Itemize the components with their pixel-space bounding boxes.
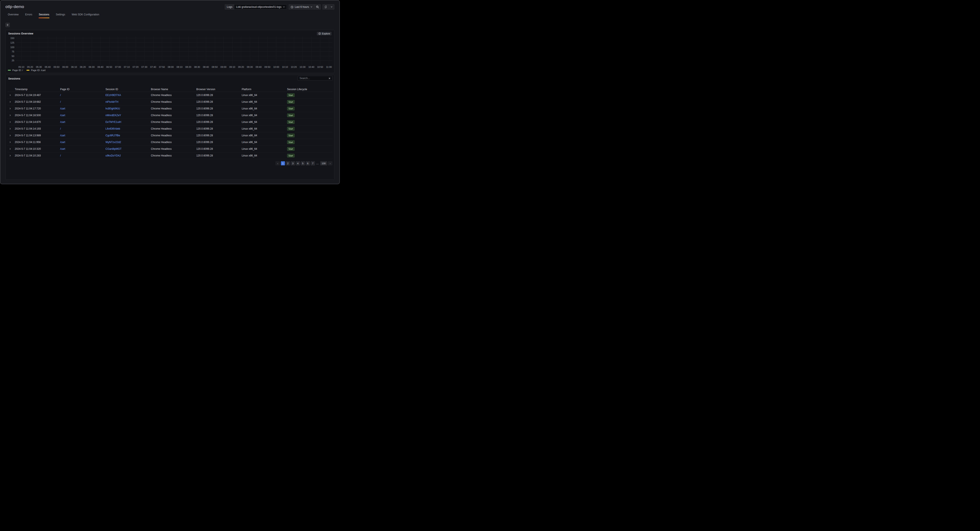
cell-page-id[interactable]: /cart bbox=[60, 147, 105, 150]
x-tick-label: 07:20 bbox=[133, 66, 139, 68]
time-picker-group: Last 6 hours bbox=[289, 4, 321, 10]
tab-sessions[interactable]: Sessions bbox=[38, 12, 49, 19]
column-header-browser-version: Browser Version bbox=[196, 88, 242, 91]
table-header-row: Timestamp Page ID Session ID Browser Nam… bbox=[7, 87, 332, 92]
cell-lifecycle: Start bbox=[287, 147, 332, 151]
datasource-select[interactable]: Loki grafanacloud-otlpcortexdev01-logs bbox=[234, 5, 286, 10]
cell-browser-name: Chrome Headless bbox=[151, 107, 196, 110]
row-expander-icon[interactable] bbox=[9, 121, 15, 123]
time-range-button[interactable]: Last 6 hours bbox=[289, 5, 314, 10]
zoom-out-button[interactable] bbox=[314, 5, 321, 10]
cell-page-id[interactable]: / bbox=[60, 94, 105, 97]
cell-lifecycle: Start bbox=[287, 114, 332, 117]
pagination-page-button[interactable]: 100 bbox=[320, 161, 327, 165]
x-tick-label: 05:10 bbox=[18, 66, 24, 68]
tab-errors[interactable]: Errors bbox=[25, 12, 32, 19]
pagination-next-button[interactable]: › bbox=[328, 161, 332, 165]
row-expander-icon[interactable] bbox=[9, 134, 15, 137]
pagination-ellipsis: … bbox=[316, 162, 320, 165]
compass-icon bbox=[318, 32, 321, 35]
x-tick-label: 06:00 bbox=[62, 66, 68, 68]
cell-page-id[interactable]: / bbox=[60, 154, 105, 157]
row-expander-icon[interactable] bbox=[9, 148, 15, 150]
cell-session-id[interactable]: L6v636Vdeb bbox=[105, 127, 151, 130]
x-tick-label: 08:50 bbox=[212, 66, 218, 68]
datasource-label: Logs bbox=[225, 5, 234, 10]
tab-settings[interactable]: Settings bbox=[56, 12, 65, 19]
cell-platform: Linux x86_64 bbox=[242, 127, 287, 130]
panel-overview-header: Sessions Overview Explore bbox=[7, 31, 332, 36]
row-expander-icon[interactable] bbox=[9, 141, 15, 143]
cell-session-id[interactable]: u9ksDoYD4J bbox=[105, 154, 151, 157]
search-input[interactable] bbox=[299, 77, 328, 80]
cell-session-id[interactable]: WyNTzv22d2 bbox=[105, 141, 151, 144]
cell-session-id[interactable]: niFts4drTH bbox=[105, 100, 151, 103]
row-expander-icon[interactable] bbox=[9, 94, 15, 96]
cell-session-id[interactable]: EeTMYE1uiH bbox=[105, 121, 151, 124]
legend-item[interactable]: Page ID: / bbox=[8, 69, 23, 72]
chart-bars bbox=[16, 37, 332, 65]
pagination-prev-button[interactable]: ‹ bbox=[275, 161, 280, 165]
cell-lifecycle: Start bbox=[287, 154, 332, 157]
chart-x-axis: 05:1005:2005:3005:4005:5006:0006:1006:20… bbox=[16, 65, 332, 68]
chevron-down-icon bbox=[310, 6, 312, 8]
cell-browser-version: 120.0.6099.28 bbox=[196, 100, 242, 103]
row-expander-icon[interactable] bbox=[9, 101, 15, 103]
lifecycle-badge: Start bbox=[287, 100, 294, 103]
cell-page-id[interactable]: / bbox=[60, 127, 105, 130]
x-tick-label: 09:40 bbox=[256, 66, 262, 68]
x-tick-label: 08:20 bbox=[185, 66, 191, 68]
cell-browser-name: Chrome Headless bbox=[151, 141, 196, 144]
pagination-page-button[interactable]: 3 bbox=[291, 161, 295, 165]
cell-page-id[interactable]: /cart bbox=[60, 134, 105, 137]
pagination-page-button[interactable]: 5 bbox=[301, 161, 305, 165]
cell-timestamp: 2024-5-7 11:04:19:487 bbox=[15, 94, 60, 97]
row-expander-icon[interactable] bbox=[9, 108, 15, 110]
pagination-page-button[interactable]: 4 bbox=[296, 161, 300, 165]
refresh-button[interactable] bbox=[323, 5, 329, 10]
add-panel-button[interactable] bbox=[5, 23, 10, 27]
column-header-session-id: Session ID bbox=[105, 88, 151, 91]
y-tick-label: 50 bbox=[12, 55, 14, 57]
cell-session-id[interactable]: EEzH9Ef7XA bbox=[105, 94, 151, 97]
x-tick-label: 10:00 bbox=[273, 66, 279, 68]
row-expander-icon[interactable] bbox=[9, 114, 15, 116]
tab-overview[interactable]: Overview bbox=[8, 12, 19, 19]
cell-browser-name: Chrome Headless bbox=[151, 147, 196, 150]
cell-page-id[interactable]: /cart bbox=[60, 121, 105, 124]
cell-session-id[interactable]: hcB0gh0KiU bbox=[105, 107, 151, 110]
cell-page-id[interactable]: /cart bbox=[60, 107, 105, 110]
clock-icon bbox=[291, 6, 293, 8]
pagination-page-button[interactable]: 7 bbox=[311, 161, 315, 165]
cell-browser-name: Chrome Headless bbox=[151, 154, 196, 157]
explore-button[interactable]: Explore bbox=[317, 32, 332, 35]
column-header-session-lifecycle: Session Lifecycle bbox=[287, 88, 332, 91]
cell-session-id[interactable]: nMnrdEKZeY bbox=[105, 114, 151, 117]
x-tick-label: 07:50 bbox=[159, 66, 165, 68]
table-row: 2024-5-7 11:04:10:320/cartCGan8ipMGTChro… bbox=[7, 146, 332, 153]
refresh-interval-button[interactable] bbox=[329, 5, 334, 10]
clear-search-icon[interactable] bbox=[328, 77, 331, 79]
tab-web-sdk-configuration[interactable]: Web SDK Configuration bbox=[72, 12, 99, 19]
cell-timestamp: 2024-5-7 11:04:14:870 bbox=[15, 121, 60, 124]
cell-page-id[interactable]: /cart bbox=[60, 141, 105, 144]
cell-timestamp: 2024-5-7 11:04:14:193 bbox=[15, 127, 60, 130]
x-tick-label: 07:10 bbox=[124, 66, 130, 68]
lifecycle-badge: Start bbox=[287, 147, 294, 151]
cell-page-id[interactable]: /cart bbox=[60, 114, 105, 117]
pagination-page-button[interactable]: 1 bbox=[281, 161, 285, 165]
cell-page-id[interactable]: / bbox=[60, 100, 105, 103]
table-row: 2024-5-7 11:04:14:870/cartEeTMYE1uiHChro… bbox=[7, 119, 332, 126]
sessions-table: Timestamp Page ID Session ID Browser Nam… bbox=[7, 87, 332, 159]
cell-session-id[interactable]: Cgc6RJ7fBe bbox=[105, 134, 151, 137]
cell-timestamp: 2024-5-7 11:04:10:283 bbox=[15, 154, 60, 157]
legend-item[interactable]: Page ID: /cart bbox=[26, 69, 46, 72]
cell-timestamp: 2024-5-7 11:04:13:989 bbox=[15, 134, 60, 137]
row-expander-icon[interactable] bbox=[9, 154, 15, 157]
cell-session-id[interactable]: CGan8ipMGT bbox=[105, 147, 151, 150]
dashboard-page: otlp-demo Logs Loki grafanacloud-otlpcor… bbox=[0, 0, 339, 184]
pagination-page-button[interactable]: 2 bbox=[286, 161, 290, 165]
table-row: 2024-5-7 11:04:17:720/carthcB0gh0KiUChro… bbox=[7, 105, 332, 112]
row-expander-icon[interactable] bbox=[9, 128, 15, 130]
pagination-page-button[interactable]: 6 bbox=[306, 161, 310, 165]
